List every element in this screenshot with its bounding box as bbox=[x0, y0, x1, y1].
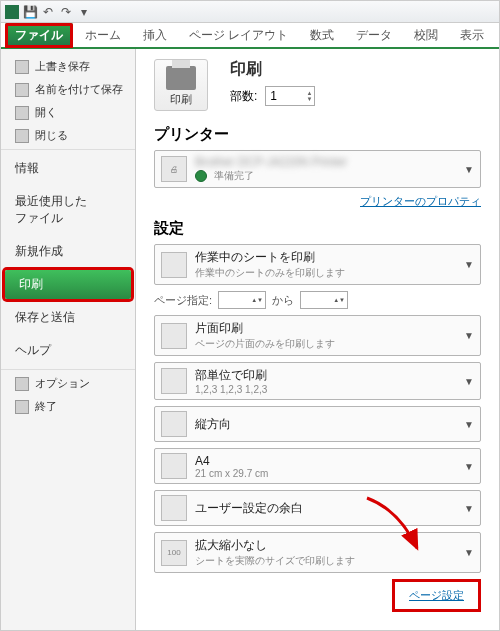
divider bbox=[1, 149, 135, 150]
sidebar-label: 開く bbox=[35, 105, 57, 120]
page-range-to: から bbox=[272, 293, 294, 308]
options-icon bbox=[15, 377, 29, 391]
margins-icon bbox=[161, 495, 187, 521]
print-title: 印刷 bbox=[230, 59, 315, 80]
ribbon-tabs: ファイル ホーム 挿入 ページ レイアウト 数式 データ 校閲 表示 bbox=[1, 23, 499, 49]
printer-section-title: プリンター bbox=[154, 125, 481, 144]
title-bar: 💾 ↶ ↷ ▾ bbox=[1, 1, 499, 23]
setting-sub: 作業中のシートのみを印刷します bbox=[195, 266, 345, 280]
copies-stepper[interactable]: 1 ▲▼ bbox=[265, 86, 315, 106]
chevron-down-icon: ▼ bbox=[464, 376, 474, 387]
sidebar-item-info[interactable]: 情報 bbox=[1, 152, 135, 185]
ribbon-tab-insert[interactable]: 挿入 bbox=[133, 23, 177, 48]
divider bbox=[1, 369, 135, 370]
setting-title: 拡大縮小なし bbox=[195, 537, 355, 554]
ribbon-tab-formulas[interactable]: 数式 bbox=[300, 23, 344, 48]
page-setup-callout: ページ設定 bbox=[392, 579, 481, 612]
page-range-row: ページ指定: ▲▼ から ▲▼ bbox=[154, 291, 481, 309]
printer-name-blurred: Brother DCP-J4220N Printer bbox=[195, 155, 347, 169]
saveas-icon bbox=[15, 83, 29, 97]
backstage-sidebar: 上書き保存 名前を付けて保存 開く 閉じる 情報 最近使用した ファイル 新規作… bbox=[1, 49, 136, 630]
exit-icon bbox=[15, 400, 29, 414]
printer-icon bbox=[166, 66, 196, 90]
qat-dropdown-icon[interactable]: ▾ bbox=[77, 5, 91, 19]
sidebar-label: オプション bbox=[35, 376, 90, 391]
setting-duplex[interactable]: 片面印刷 ページの片面のみを印刷します ▼ bbox=[154, 315, 481, 356]
setting-collate[interactable]: 部単位で印刷 1,2,3 1,2,3 1,2,3 ▼ bbox=[154, 362, 481, 400]
sidebar-item-save-send[interactable]: 保存と送信 bbox=[1, 301, 135, 334]
redo-icon[interactable]: ↷ bbox=[59, 5, 73, 19]
print-backstage-content: 印刷 印刷 部数: 1 ▲▼ プリンター 🖨 Brother DCP-J4220… bbox=[136, 49, 499, 630]
print-button[interactable]: 印刷 bbox=[154, 59, 208, 111]
setting-paper-size[interactable]: A4 21 cm x 29.7 cm ▼ bbox=[154, 448, 481, 484]
copies-row: 部数: 1 ▲▼ bbox=[230, 86, 315, 106]
ribbon-tab-home[interactable]: ホーム bbox=[75, 23, 131, 48]
printer-select[interactable]: 🖨 Brother DCP-J4220N Printer 準備完了 ▼ bbox=[154, 150, 481, 188]
scaling-icon: 100 bbox=[161, 540, 187, 566]
setting-margins[interactable]: ユーザー設定の余白 ▼ bbox=[154, 490, 481, 526]
setting-title: 作業中のシートを印刷 bbox=[195, 249, 345, 266]
chevron-down-icon: ▼ bbox=[464, 547, 474, 558]
undo-icon[interactable]: ↶ bbox=[41, 5, 55, 19]
printer-status: 準備完了 bbox=[195, 169, 347, 183]
setting-sub: 1,2,3 1,2,3 1,2,3 bbox=[195, 384, 267, 395]
ribbon-tab-page-layout[interactable]: ページ レイアウト bbox=[179, 23, 298, 48]
sidebar-item-save[interactable]: 上書き保存 bbox=[1, 55, 135, 78]
sidebar-item-open[interactable]: 開く bbox=[1, 101, 135, 124]
sidebar-item-exit[interactable]: 終了 bbox=[1, 395, 135, 418]
sidebar-label: 名前を付けて保存 bbox=[35, 82, 123, 97]
ribbon-tab-data[interactable]: データ bbox=[346, 23, 402, 48]
close-icon bbox=[15, 129, 29, 143]
setting-scaling[interactable]: 100 拡大縮小なし シートを実際のサイズで印刷します ▼ bbox=[154, 532, 481, 573]
sidebar-item-help[interactable]: ヘルプ bbox=[1, 334, 135, 367]
page-from-stepper[interactable]: ▲▼ bbox=[218, 291, 266, 309]
sidebar-item-close[interactable]: 閉じる bbox=[1, 124, 135, 147]
setting-title: A4 bbox=[195, 454, 268, 468]
setting-sub: ページの片面のみを印刷します bbox=[195, 337, 335, 351]
page-range-label: ページ指定: bbox=[154, 293, 212, 308]
chevron-down-icon: ▼ bbox=[464, 330, 474, 341]
print-header: 印刷 印刷 部数: 1 ▲▼ bbox=[154, 59, 481, 111]
printer-device-icon: 🖨 bbox=[161, 156, 187, 182]
setting-title: 片面印刷 bbox=[195, 320, 335, 337]
setting-title: 縦方向 bbox=[195, 416, 231, 433]
sidebar-item-print[interactable]: 印刷 bbox=[5, 270, 131, 299]
setting-title: ユーザー設定の余白 bbox=[195, 500, 303, 517]
sheet-icon bbox=[161, 252, 187, 278]
setting-print-what[interactable]: 作業中のシートを印刷 作業中のシートのみを印刷します ▼ bbox=[154, 244, 481, 285]
sidebar-label: 閉じる bbox=[35, 128, 68, 143]
sidebar-item-new[interactable]: 新規作成 bbox=[1, 235, 135, 268]
backstage: 上書き保存 名前を付けて保存 開く 閉じる 情報 最近使用した ファイル 新規作… bbox=[1, 49, 499, 630]
chevron-down-icon: ▼ bbox=[464, 259, 474, 270]
ribbon-tab-review[interactable]: 校閲 bbox=[404, 23, 448, 48]
sidebar-label: 上書き保存 bbox=[35, 59, 90, 74]
setting-orientation[interactable]: 縦方向 ▼ bbox=[154, 406, 481, 442]
chevron-down-icon: ▼ bbox=[464, 164, 474, 175]
sidebar-item-recent[interactable]: 最近使用した ファイル bbox=[1, 185, 135, 235]
page-setup-link[interactable]: ページ設定 bbox=[409, 588, 464, 603]
ribbon-tab-view[interactable]: 表示 bbox=[450, 23, 494, 48]
sidebar-item-options[interactable]: オプション bbox=[1, 372, 135, 395]
page-to-stepper[interactable]: ▲▼ bbox=[300, 291, 348, 309]
collate-icon bbox=[161, 368, 187, 394]
ribbon-tab-file[interactable]: ファイル bbox=[5, 23, 73, 48]
setting-title: 部単位で印刷 bbox=[195, 367, 267, 384]
setting-sub: シートを実際のサイズで印刷します bbox=[195, 554, 355, 568]
chevron-down-icon: ▼ bbox=[464, 503, 474, 514]
stepper-arrows-icon[interactable]: ▲▼ bbox=[306, 90, 312, 102]
settings-section-title: 設定 bbox=[154, 219, 481, 238]
portrait-icon bbox=[161, 411, 187, 437]
chevron-down-icon: ▼ bbox=[464, 461, 474, 472]
printer-properties-link[interactable]: プリンターのプロパティ bbox=[154, 194, 481, 209]
paper-icon bbox=[161, 453, 187, 479]
save-icon bbox=[15, 60, 29, 74]
copies-label: 部数: bbox=[230, 88, 257, 105]
sidebar-item-saveas[interactable]: 名前を付けて保存 bbox=[1, 78, 135, 101]
copies-value: 1 bbox=[270, 89, 277, 103]
setting-sub: 21 cm x 29.7 cm bbox=[195, 468, 268, 479]
chevron-down-icon: ▼ bbox=[464, 419, 474, 430]
save-icon[interactable]: 💾 bbox=[23, 5, 37, 19]
ready-icon bbox=[195, 170, 207, 182]
duplex-icon bbox=[161, 323, 187, 349]
sidebar-label: 印刷 bbox=[19, 276, 43, 293]
